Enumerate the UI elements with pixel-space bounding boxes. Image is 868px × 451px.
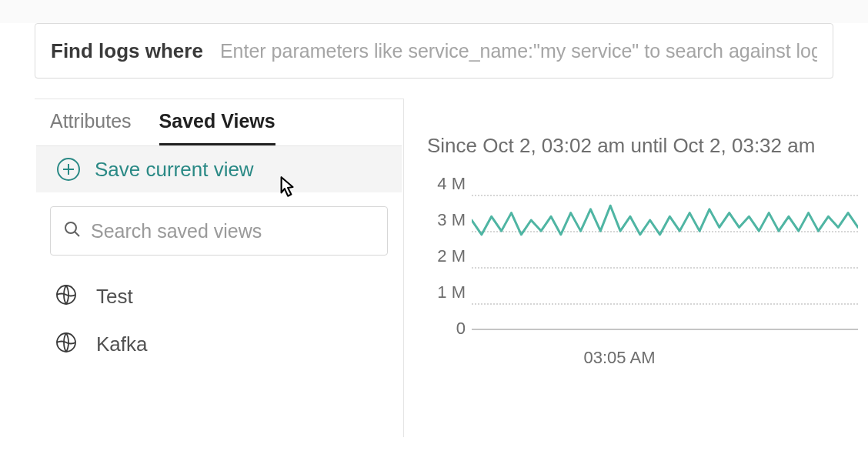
- time-range-label: Since Oct 2, 03:02 am until Oct 2, 03:32…: [427, 134, 868, 158]
- svg-line-4: [75, 232, 79, 236]
- logs-line-chart: 4 M 3 M 2 M 1 M 0 03:05 AM: [427, 184, 858, 361]
- find-logs-label: Find logs where: [51, 39, 203, 63]
- y-tick: 4 M: [427, 174, 466, 194]
- search-icon: [63, 220, 82, 242]
- saved-view-item[interactable]: Kafka: [35, 320, 403, 368]
- log-query-input[interactable]: [220, 40, 817, 62]
- log-query-bar[interactable]: Find logs where: [35, 23, 833, 79]
- chart-line: [472, 184, 858, 338]
- y-tick: 0: [427, 319, 466, 339]
- saved-view-label: Test: [96, 285, 133, 309]
- chart-panel: Since Oct 2, 03:02 am until Oct 2, 03:32…: [404, 99, 868, 437]
- y-tick: 1 M: [427, 282, 466, 302]
- plus-circle-icon: [56, 157, 81, 182]
- saved-views-search-input[interactable]: [91, 220, 375, 242]
- y-tick: 3 M: [427, 210, 466, 230]
- save-current-view-button[interactable]: Save current view: [36, 145, 402, 192]
- x-tick: 03:05 AM: [584, 348, 656, 368]
- globe-icon: [55, 331, 78, 357]
- save-current-view-label: Save current view: [95, 158, 254, 182]
- saved-view-item[interactable]: Test: [35, 272, 403, 320]
- globe-icon: [55, 283, 78, 309]
- pointer-cursor-icon: [273, 174, 299, 203]
- saved-view-label: Kafka: [96, 332, 148, 356]
- saved-views-search[interactable]: [50, 206, 388, 256]
- y-tick: 2 M: [427, 246, 466, 266]
- tab-saved-views[interactable]: Saved Views: [159, 110, 275, 145]
- tab-attributes[interactable]: Attributes: [50, 110, 132, 145]
- sidebar-panel: Attributes Saved Views Save current view: [35, 99, 404, 437]
- svg-point-3: [65, 222, 76, 233]
